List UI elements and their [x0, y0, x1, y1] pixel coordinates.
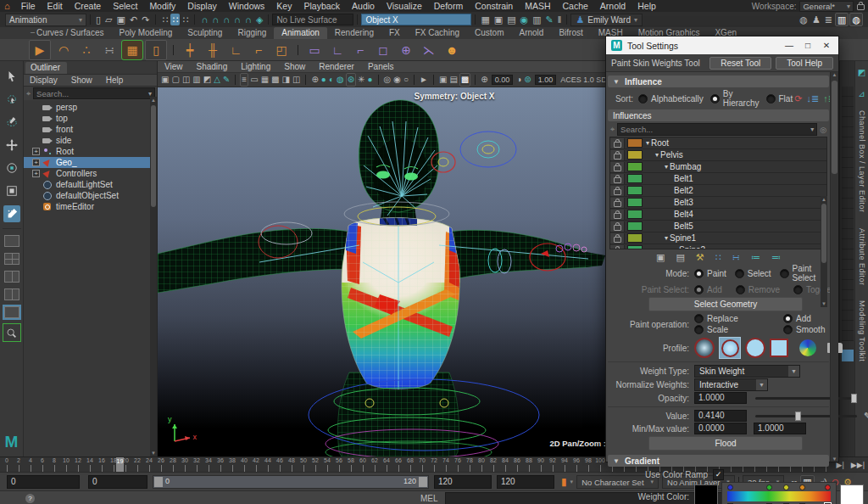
max-value-field[interactable]: 1.0000 [754, 423, 806, 434]
make-live-icon[interactable]: ◈ [254, 14, 264, 25]
influence-color-swatch[interactable] [627, 162, 643, 171]
close-button[interactable]: ✕ [820, 41, 833, 50]
shaded-icon[interactable]: ▭ [249, 74, 259, 86]
shelf-tab-rigging[interactable]: Rigging [230, 27, 274, 39]
ghosting-icon[interactable]: ∴ [76, 41, 97, 59]
exposure-icon[interactable]: ⊕ [480, 74, 488, 86]
four-pane-layout-button[interactable] [4, 253, 19, 265]
exposure-field[interactable]: 0.00 [492, 75, 514, 85]
menu-windows[interactable]: Windows [223, 0, 271, 12]
expand-icon[interactable]: + [32, 148, 40, 155]
sort-option-by-hierarchy[interactable]: By Hierarchy [710, 89, 760, 108]
scroll-down-icon[interactable]: ▼ [150, 450, 157, 456]
shelf-minimize-icon[interactable]: – [31, 31, 39, 34]
shelf-tab-fx[interactable]: FX [381, 27, 408, 39]
go-to-end-icon[interactable]: ▶▶| [849, 459, 866, 471]
brush-soft-icon[interactable] [719, 337, 741, 359]
wireframe-icon[interactable]: ≡ [240, 73, 248, 87]
snap-grid-icon[interactable]: ∩ [199, 14, 209, 25]
shelf-tab-curves-surfaces[interactable]: Curves / Surfaces [29, 27, 111, 39]
scroll-up-icon[interactable]: ▲ [831, 72, 838, 77]
influence-row-belt4[interactable]: Belt4 [610, 209, 826, 221]
move-influence-icon[interactable]: ∷ [714, 251, 723, 263]
outliner-item-top[interactable]: top [24, 113, 157, 124]
swap-influence-icon[interactable]: ∺ [731, 251, 742, 263]
lock-icon[interactable] [610, 162, 625, 172]
influence-row-belt5[interactable]: Belt5 [610, 221, 826, 232]
ramp-marker-icon[interactable] [825, 484, 831, 490]
viewport-menu-lighting[interactable]: Lighting [234, 62, 277, 71]
xray-icon[interactable]: ⊛ [346, 73, 356, 87]
influence-row-belt1[interactable]: Belt1 [610, 173, 826, 185]
weight-color-low-swatch[interactable] [694, 484, 718, 504]
use-color-ramp-checkbox[interactable]: ✓ [713, 469, 724, 480]
animation-start-field[interactable]: 0 [7, 475, 80, 489]
scroll-up-icon[interactable]: ▲ [821, 196, 827, 203]
selection-highlight-icon[interactable]: ► [419, 74, 429, 86]
influences-scrollbar[interactable]: ▲ ▼ [821, 196, 827, 307]
menu-edit[interactable]: Edit [42, 0, 69, 12]
home-icon[interactable]: ⌂ [4, 1, 10, 11]
influences-search-input[interactable] [620, 125, 810, 134]
scrollbar-thumb[interactable] [821, 204, 826, 263]
lock-icon[interactable] [610, 198, 625, 208]
lighting-icon[interactable]: ◎ [383, 74, 392, 86]
flood-button[interactable]: Flood [648, 436, 803, 451]
normalize-weights-dropdown[interactable]: Interactive ▼ [694, 378, 768, 391]
lock-icon[interactable] [610, 210, 625, 220]
shelf-tab-custom[interactable]: Custom [467, 27, 511, 39]
slider-thumb[interactable] [795, 412, 801, 421]
range-slider-bar[interactable]: 0 120 [153, 475, 429, 489]
influence-color-swatch[interactable] [627, 150, 643, 160]
ao-icon[interactable]: ◫ [292, 74, 301, 86]
channel-slider-icon[interactable]: ≣ [823, 14, 834, 25]
anim-snap-icon[interactable]: ⋋ [419, 41, 439, 59]
bookmark-pencil-icon[interactable]: ✎ [222, 74, 231, 86]
influence-section-header[interactable]: ▼ Influence [608, 76, 829, 87]
dope-sheet-icon[interactable]: ▯ [145, 40, 167, 60]
create-pose-icon[interactable]: ∟ [327, 41, 348, 59]
menu-key[interactable]: Key [270, 0, 298, 12]
menu-arnold[interactable]: Arnold [594, 0, 632, 12]
viewport-menu-show[interactable]: Show [277, 62, 312, 71]
outliner-tab[interactable]: Outliner [25, 62, 67, 74]
maximize-button[interactable]: □ [801, 41, 815, 50]
mode-option-paint[interactable]: Paint [694, 269, 726, 278]
menu-help[interactable]: Help [632, 0, 662, 12]
sort-down-icon[interactable]: ↓≣ [804, 92, 821, 104]
motion-trail-icon[interactable]: ◠ [53, 41, 74, 59]
paint-effects-icon[interactable]: ✎ [544, 14, 555, 25]
show-all-icon[interactable]: ≕ [770, 251, 782, 263]
expand-arrow-icon[interactable]: ▾ [646, 139, 649, 147]
help-icon[interactable]: ? [25, 494, 35, 503]
hypershade-icon[interactable]: ◉ [519, 14, 531, 25]
brush-sphere-preview-icon[interactable] [799, 339, 816, 356]
scrollbar-thumb[interactable] [151, 105, 156, 207]
field-chart-icon[interactable]: ◩ [203, 74, 212, 86]
lock-icon[interactable] [610, 221, 625, 232]
retime-icon[interactable]: ⊕ [396, 41, 416, 59]
outliner-item-root[interactable]: +Root [24, 146, 157, 157]
viewport-menu-shading[interactable]: Shading [190, 62, 235, 71]
shelf-tab-fx-caching[interactable]: FX Caching [408, 27, 467, 39]
scroll-down-icon[interactable]: ▼ [831, 456, 838, 462]
lock-icon[interactable] [610, 233, 625, 244]
shelf-tab-arnold[interactable]: Arnold [511, 27, 551, 39]
paint-operation-option-replace[interactable]: Replace [694, 314, 783, 323]
gradient-section-header[interactable]: ▼ Gradient [608, 455, 829, 467]
menu-mash[interactable]: MASH [519, 0, 556, 12]
move-tool-icon[interactable] [3, 137, 20, 154]
current-paint-skin-weights-tool-icon[interactable] [3, 205, 20, 222]
pose-icon[interactable]: ⊿ [858, 89, 865, 98]
symmetry-object-field[interactable]: Object X [361, 14, 471, 25]
chevron-down-icon[interactable]: ▾ [810, 126, 814, 133]
flat-lighting-icon[interactable]: ◉ [392, 74, 402, 86]
viewport-menu-renderer[interactable]: Renderer [312, 62, 361, 71]
pause-icon[interactable]: ‖ [556, 14, 564, 25]
texture-placement-icon[interactable]: ○ [403, 74, 409, 86]
weight-color-high-swatch[interactable] [840, 484, 864, 504]
menu-visualize[interactable]: Visualize [381, 0, 428, 12]
outliner-item-timeeditor[interactable]: timeEditor [24, 201, 157, 212]
lasso-tool-icon[interactable] [3, 91, 20, 108]
paint-context-icon[interactable]: ▩ [459, 73, 470, 87]
